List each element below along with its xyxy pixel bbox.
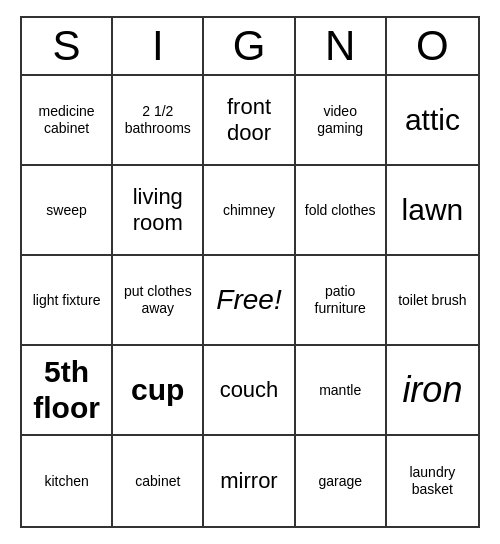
bingo-header: SIGNO	[22, 18, 478, 76]
bingo-cell-0: medicine cabinet	[22, 76, 113, 166]
bingo-cell-18: mantle	[296, 346, 387, 436]
bingo-cell-24: laundry basket	[387, 436, 478, 526]
header-letter-s: S	[22, 18, 113, 74]
bingo-cell-13: patio furniture	[296, 256, 387, 346]
bingo-cell-14: toilet brush	[387, 256, 478, 346]
bingo-cell-2: front door	[204, 76, 295, 166]
bingo-cell-6: living room	[113, 166, 204, 256]
bingo-cell-17: couch	[204, 346, 295, 436]
bingo-cell-12: Free!	[204, 256, 295, 346]
bingo-grid: medicine cabinet2 1/2 bathroomsfront doo…	[22, 76, 478, 526]
bingo-cell-9: lawn	[387, 166, 478, 256]
bingo-cell-7: chimney	[204, 166, 295, 256]
bingo-cell-15: 5th floor	[22, 346, 113, 436]
bingo-cell-8: fold clothes	[296, 166, 387, 256]
bingo-cell-11: put clothes away	[113, 256, 204, 346]
bingo-cell-5: sweep	[22, 166, 113, 256]
header-letter-o: O	[387, 18, 478, 74]
bingo-cell-19: iron	[387, 346, 478, 436]
bingo-cell-1: 2 1/2 bathrooms	[113, 76, 204, 166]
bingo-cell-10: light fixture	[22, 256, 113, 346]
bingo-cell-23: garage	[296, 436, 387, 526]
bingo-cell-16: cup	[113, 346, 204, 436]
bingo-cell-20: kitchen	[22, 436, 113, 526]
bingo-cell-3: video gaming	[296, 76, 387, 166]
header-letter-i: I	[113, 18, 204, 74]
bingo-cell-22: mirror	[204, 436, 295, 526]
header-letter-n: N	[296, 18, 387, 74]
bingo-card: SIGNO medicine cabinet2 1/2 bathroomsfro…	[20, 16, 480, 528]
bingo-cell-4: attic	[387, 76, 478, 166]
header-letter-g: G	[204, 18, 295, 74]
bingo-cell-21: cabinet	[113, 436, 204, 526]
